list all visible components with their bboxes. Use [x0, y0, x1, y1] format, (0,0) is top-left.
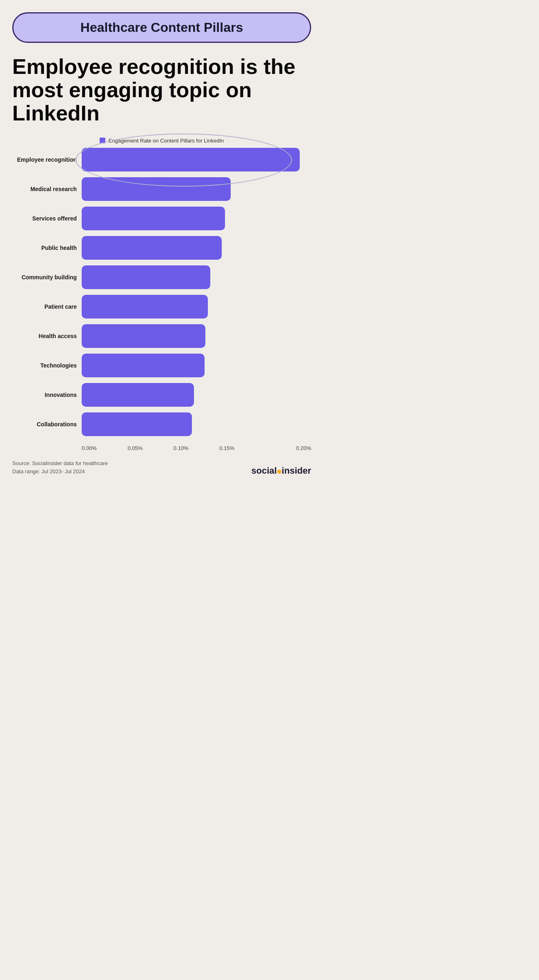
footer-source: Source: Socialinsider data for healthcar… [12, 459, 108, 477]
bar-label: Technologies [12, 362, 82, 369]
chart-area: Employee recognitionMedical researchServ… [12, 148, 311, 442]
bar-track [82, 177, 311, 201]
bar-label: Health access [12, 333, 82, 339]
bar-track [82, 324, 311, 348]
bar-fill [82, 354, 205, 377]
bar-fill [82, 148, 300, 172]
bar-row: Employee recognition [12, 148, 311, 172]
source-line2: Data range: Jul 2023- Jul 2024 [12, 468, 108, 476]
legend-color-box [100, 138, 105, 143]
logo: socialinsider [251, 466, 311, 476]
header-badge: Healthcare Content Pillars [12, 12, 311, 43]
bar-row: Collaborations [12, 412, 311, 436]
header-badge-text: Healthcare Content Pillars [80, 20, 243, 35]
bar-label: Collaborations [12, 421, 82, 428]
bar-row: Health access [12, 324, 311, 348]
x-tick: 0.15% [219, 445, 265, 451]
x-tick: 0.00% [82, 445, 127, 451]
x-tick: 0.10% [174, 445, 219, 451]
chart-container: Engagement Rate on Content Pillars for L… [12, 138, 311, 451]
bar-label: Public health [12, 245, 82, 251]
bar-label: Patient care [12, 303, 82, 310]
x-tick: 0.20% [265, 445, 311, 451]
bar-row: Innovations [12, 383, 311, 407]
bar-label: Medical research [12, 186, 82, 192]
bar-track [82, 265, 311, 289]
bar-row: Services offered [12, 207, 311, 230]
bar-track [82, 148, 311, 172]
bar-fill [82, 207, 225, 230]
bar-track [82, 207, 311, 230]
source-line1: Source: Socialinsider data for healthcar… [12, 459, 108, 468]
bar-track [82, 236, 311, 260]
bar-row: Medical research [12, 177, 311, 201]
footer: Source: Socialinsider data for healthcar… [12, 459, 311, 477]
headline: Employee recognition is the most engagin… [12, 55, 311, 125]
bar-fill [82, 295, 208, 318]
bar-fill [82, 412, 192, 436]
bar-label: Community building [12, 274, 82, 281]
bar-track [82, 412, 311, 436]
bar-row: Community building [12, 265, 311, 289]
x-tick: 0.05% [127, 445, 173, 451]
bar-fill [82, 324, 205, 348]
bar-fill [82, 265, 210, 289]
bar-track [82, 354, 311, 377]
logo-dot [277, 470, 281, 474]
legend-label: Engagement Rate on Content Pillars for L… [109, 138, 224, 144]
bar-fill [82, 236, 222, 260]
bar-row: Public health [12, 236, 311, 260]
bar-row: Technologies [12, 354, 311, 377]
bar-track [82, 295, 311, 318]
chart-legend: Engagement Rate on Content Pillars for L… [12, 138, 311, 144]
x-axis: 0.00%0.05%0.10%0.15%0.20% [82, 445, 311, 451]
bar-label: Innovations [12, 392, 82, 398]
bar-row: Patient care [12, 295, 311, 318]
bar-fill [82, 383, 194, 407]
bar-label: Employee recognition [12, 156, 82, 163]
bar-label: Services offered [12, 215, 82, 222]
bar-fill [82, 177, 231, 201]
bar-track [82, 383, 311, 407]
